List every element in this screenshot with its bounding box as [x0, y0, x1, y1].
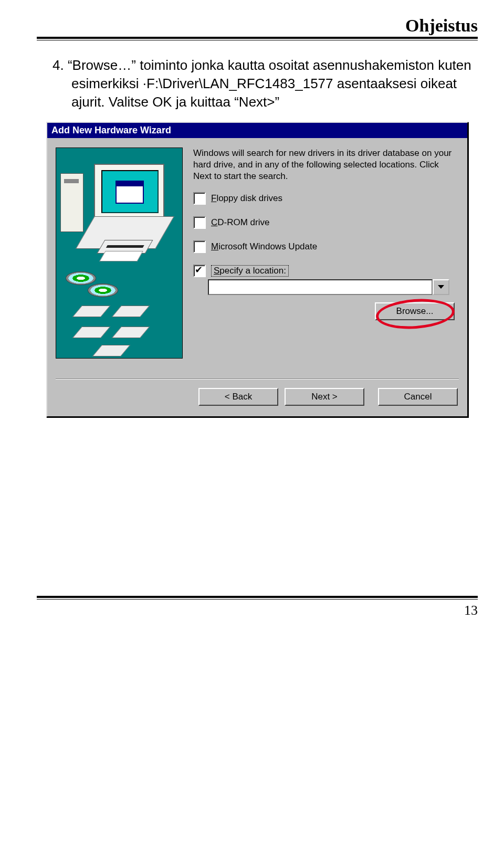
cancel-button[interactable]: Cancel — [378, 388, 458, 406]
header-rule — [37, 37, 478, 40]
footer-rule — [37, 596, 478, 599]
chevron-down-icon — [438, 285, 444, 289]
wizard-intro-text: Windows will search for new drivers in i… — [193, 148, 459, 182]
checkbox-specify-label: Specify a location: — [211, 265, 289, 277]
checkbox-floppy-row[interactable]: Floppy disk drives — [193, 192, 459, 205]
checkbox-specify[interactable] — [193, 265, 206, 277]
checkbox-cdrom[interactable] — [193, 216, 206, 229]
next-button[interactable]: Next > — [285, 388, 364, 406]
hardware-wizard-window: Add New Hardware Wizard Windows will sea… — [46, 122, 468, 417]
page-number: 13 — [37, 603, 478, 618]
location-input[interactable] — [208, 279, 433, 295]
browse-button[interactable]: Browse... — [375, 302, 455, 320]
page-header: Ohjeistus — [37, 16, 478, 36]
checkbox-msupdate-label: Microsoft Windows Update — [211, 241, 317, 252]
titlebar: Add New Hardware Wizard — [47, 123, 467, 138]
location-combobox[interactable] — [208, 279, 449, 295]
checkbox-cdrom-label: CD-ROM drive — [211, 217, 269, 228]
instruction-paragraph: 4. “Browse…” toiminto jonka kautta osoit… — [52, 56, 478, 111]
combobox-dropdown-button[interactable] — [433, 279, 449, 295]
instruction-text: “Browse…” toiminto jonka kautta osoitat … — [68, 57, 471, 110]
wizard-button-row: < Back Next > Cancel — [47, 380, 467, 416]
checkbox-msupdate-row[interactable]: Microsoft Windows Update — [193, 240, 459, 253]
checkbox-cdrom-row[interactable]: CD-ROM drive — [193, 216, 459, 229]
checkbox-floppy-label: Floppy disk drives — [211, 193, 282, 204]
checkbox-msupdate[interactable] — [193, 240, 206, 253]
checkbox-specify-row[interactable]: Specify a location: — [193, 265, 459, 277]
back-button[interactable]: < Back — [198, 388, 278, 406]
checkbox-floppy[interactable] — [193, 192, 206, 205]
instruction-number: 4. — [52, 57, 64, 73]
wizard-illustration — [56, 148, 183, 359]
